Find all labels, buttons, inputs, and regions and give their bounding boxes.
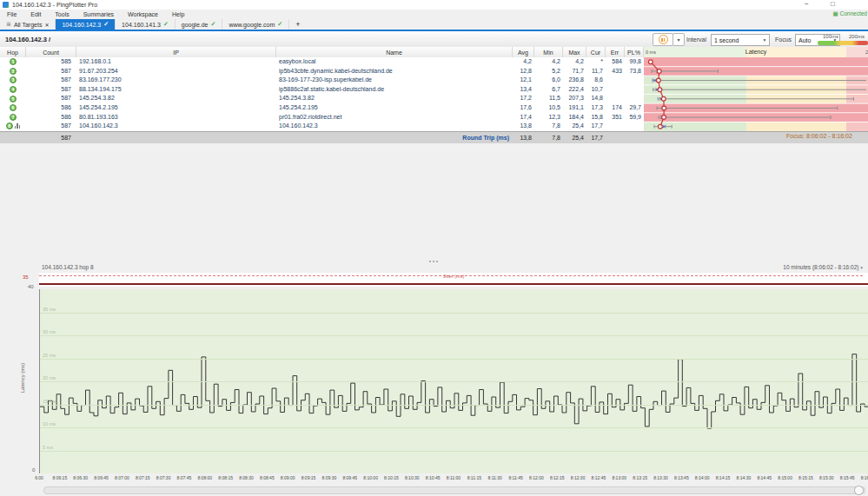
gridline-label: 10 ms [43, 421, 56, 427]
col-header-err[interactable]: Err [606, 47, 625, 57]
hop-cell: 1 [0, 58, 26, 65]
menu-workspace[interactable]: Workspace [121, 10, 165, 19]
trace-row[interactable]: 1585192.168.0.1easybox.local4,24,24,2*58… [0, 57, 868, 67]
trace-row[interactable]: 358783.169.177.23083-169-177-230-isp.sup… [0, 76, 868, 85]
time-tick-label: 8:10:45 [426, 475, 441, 480]
latency-header-label: Latency [644, 49, 868, 55]
trace-row[interactable]: 5587145.254.3.82145.254.3.8217,211,5207,… [0, 94, 868, 103]
trace-row[interactable]: 458788.134.194.175ip5886c2af.static.kabe… [0, 85, 868, 95]
max-cell: 236,8 [563, 76, 586, 85]
y-axis-min: 0 [32, 467, 35, 473]
timeline-scrollbar[interactable] [43, 486, 865, 494]
maximize-button[interactable]: □ [831, 0, 835, 9]
name-cell: 145.254.3.82 [276, 94, 513, 103]
latency-color-scale [818, 41, 868, 45]
avg-cell: 12,1 [513, 76, 534, 85]
time-tick-label: 8:15:30 [819, 475, 834, 480]
min-cell: 12,3 [534, 113, 563, 122]
col-header-name[interactable]: Name [276, 47, 513, 57]
col-header-min[interactable]: Min [534, 47, 563, 57]
tab-104-160-142-3[interactable]: 104.160.142.3✓ [56, 19, 116, 30]
pause-button[interactable] [653, 33, 673, 46]
pause-dropdown-button[interactable]: ▾ [673, 33, 685, 46]
col-header-hop[interactable]: Hop [0, 47, 26, 57]
ip-cell: 91.67.203.254 [76, 67, 276, 76]
trace-row[interactable]: 258791.67.203.254ip5b43cbfe.dynamic.kabe… [0, 67, 868, 76]
interval-select[interactable]: 1 second ▾ [711, 34, 770, 46]
tab-104-160-141-3[interactable]: 104.160.141.3✓ [116, 19, 176, 30]
minimize-button[interactable]: − [805, 0, 809, 9]
time-tick-label: 6:00 [35, 475, 43, 480]
menu-tools[interactable]: Tools [48, 10, 76, 19]
menu-edit[interactable]: Edit [23, 10, 48, 19]
max-cell: 191,1 [563, 103, 586, 113]
hop-badge: 6 [10, 104, 17, 111]
summary-max: 25,4 [563, 135, 586, 141]
trace-row[interactable]: 758680.81.193.163pr01.fra02.riotdirect.n… [0, 113, 868, 122]
pl-cell: 59,9 [625, 113, 644, 122]
cur-cell: 17,7 [586, 122, 606, 131]
target-breadcrumb[interactable]: 104.160.142.3 / [5, 36, 50, 43]
gridline-label: 15 ms [43, 399, 56, 404]
tab-all-targets[interactable]: ≣All Targets✕ [0, 19, 56, 30]
gridline-label: 25 ms [43, 353, 56, 358]
min-cell: 10,5 [534, 103, 563, 113]
target-toolbar: 104.160.142.3 / ▾ Interval 1 second ▾ Fo… [0, 31, 868, 48]
menu-file[interactable]: File [0, 10, 23, 19]
col-header-cur[interactable]: Cur [586, 47, 606, 57]
new-tab-button[interactable]: + [289, 19, 306, 30]
col-header-ip[interactable]: IP [76, 47, 276, 57]
err-cell: 174 [606, 103, 625, 113]
hop-badge: 4 [10, 86, 17, 93]
hop-cell: 4 [0, 86, 26, 93]
time-tick-label: 8:08:30 [239, 475, 254, 480]
summary-cur: 17,7 [586, 135, 606, 141]
avg-cell: 12,8 [513, 67, 534, 76]
menu-help[interactable]: Help [165, 10, 191, 19]
col-header-avg[interactable]: Avg [513, 47, 534, 57]
window-title: 104.160.142.3 - PingPlotter Pro [12, 2, 97, 8]
tab-bar: ≣All Targets✕104.160.142.3✓104.160.141.3… [0, 19, 868, 30]
hop-cell: 8 [0, 122, 26, 129]
scale-200ms-label: 200ms [849, 34, 865, 39]
max-cell: 25,4 [563, 122, 586, 131]
pl-cell: 73,8 [625, 67, 644, 76]
menu-summaries[interactable]: Summaries [76, 10, 121, 19]
name-cell: 104.160.142.3 [276, 122, 513, 131]
splitter-handle[interactable] [429, 261, 438, 262]
trace-row[interactable]: 8587104.160.142.3104.160.142.313,87,825,… [0, 122, 868, 131]
time-tick-label: 8:12:00 [529, 475, 544, 480]
tab-google-de[interactable]: google.de✓ [176, 19, 223, 30]
max-cell: 222,4 [563, 85, 586, 95]
hop-badge: 8 [6, 122, 13, 129]
check-icon: ✓ [163, 21, 169, 28]
min-cell: 6,0 [534, 76, 563, 85]
tab-www-google-com[interactable]: www.google.com✓ [222, 19, 289, 30]
chevron-down-icon: ▾ [760, 37, 769, 43]
hop-cell: 5 [0, 96, 26, 103]
max-cell: 4,2 [563, 57, 586, 67]
time-tick-label: 8:14:00 [695, 475, 710, 480]
timeline-range-select[interactable]: 10 minutes (8:06:02 - 8:16:02) ▾ [783, 264, 863, 270]
time-tick-label: 8:15:00 [778, 475, 792, 480]
err-cell: 433 [606, 67, 625, 76]
col-header-max[interactable]: Max [563, 47, 586, 57]
tab-label: google.de [182, 22, 209, 28]
trace-row[interactable]: 6586145.254.2.195145.254.2.19517,610,519… [0, 103, 868, 113]
focus-label: Focus [775, 36, 792, 43]
time-tick-label: 8:09:00 [281, 475, 295, 480]
gridline-25ms [40, 359, 868, 360]
col-header-latency[interactable]: 0 msLatency2 [644, 47, 868, 57]
col-header-pl[interactable]: PL% [625, 47, 644, 57]
timeline-chart[interactable]: 35 ms30 ms25 ms20 ms15 ms10 ms5 ms [39, 289, 868, 473]
timeline-scrollbar-thumb[interactable] [854, 486, 864, 495]
time-tick-label: 8:07:45 [177, 475, 192, 480]
cur-cell: 11,7 [586, 67, 606, 76]
interval-value: 1 second [712, 37, 760, 43]
jitter-axis-max: 35 [23, 274, 29, 280]
time-tick-label: 8:07:00 [115, 475, 129, 480]
time-tick-label: 8:13:00 [612, 475, 626, 480]
col-header-count[interactable]: Count [26, 47, 76, 57]
close-icon[interactable]: ✕ [44, 22, 49, 28]
max-cell: 207,3 [563, 94, 586, 103]
